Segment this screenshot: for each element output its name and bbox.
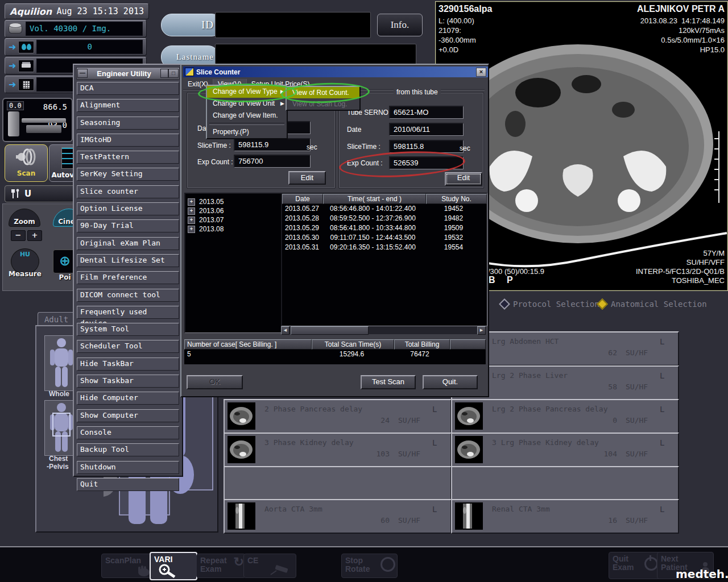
window-menu-icon[interactable]: [160, 69, 168, 78]
log-row[interactable]: 2013.05.3009:11:07.150 - 12:44:43.500195…: [282, 233, 487, 243]
protocol-row-3-phase-kidney-delay[interactable]: 3 Phase Kidney delay103SU/HFL: [224, 433, 452, 467]
ok-button[interactable]: OK: [187, 375, 243, 389]
tube-serno-field[interactable]: 65621-MO: [389, 106, 464, 119]
engineer-item-slice-counter[interactable]: Slice counter: [77, 185, 179, 198]
transfer-row-scanner[interactable]: ➜ 0: [5, 38, 147, 56]
engineer-item-console[interactable]: Console: [77, 426, 179, 439]
engineer-item-original-exam-plan[interactable]: Original eXam Plan: [77, 237, 179, 250]
tab-adult[interactable]: Adult: [38, 312, 75, 326]
engineer-item-scheduler-tool[interactable]: Scheduler Tool: [77, 340, 179, 353]
engineer-utility-titlebar[interactable]: — Engineer Utility □: [76, 67, 180, 80]
protocol-label: Aorta CTA 3mm: [264, 505, 322, 513]
tree-node-2013-06[interactable]: +2013.06: [188, 206, 283, 215]
tree-node-2013-08[interactable]: +2013.08: [188, 225, 283, 234]
date-field-right[interactable]: 2010/06/11: [389, 123, 464, 136]
zoom-tool[interactable]: Zoom: [9, 209, 40, 226]
scroll-left-icon[interactable]: ◀: [281, 326, 289, 335]
protocol-thumbnail-image: [228, 502, 255, 530]
edit-button-left[interactable]: Edit: [288, 171, 326, 185]
menu-item-property[interactable]: Property.(P): [207, 126, 287, 138]
tree-expand-icon[interactable]: +: [188, 226, 195, 233]
protocol-row-empty[interactable]: [224, 466, 452, 501]
tree-expand-icon[interactable]: +: [188, 198, 195, 206]
scan-button[interactable]: Scan: [5, 144, 48, 182]
test-scan-button[interactable]: Test Scan: [361, 375, 416, 389]
restore-icon[interactable]: □: [168, 69, 179, 78]
engineer-item-hide-computer[interactable]: Hide Computer: [77, 392, 179, 405]
engineer-item-serkey-setting[interactable]: SerKey Setting: [77, 168, 179, 181]
protocol-row-lrg-2-phase-pancreas-delay[interactable]: Lrg 2 Phase Pancreas delay0SU/HFL: [451, 399, 679, 434]
minimize-icon[interactable]: —: [77, 69, 88, 78]
log-row[interactable]: 2013.05.3109:20:16.350 - 13:15:52.400195…: [282, 243, 487, 252]
menu-item-change-view-item[interactable]: Change of View Item.: [207, 110, 287, 122]
anatomical-selection-toggle[interactable]: Anatomical Selection: [598, 300, 707, 309]
engineer-item-testpattern[interactable]: TestPattern: [77, 151, 179, 164]
vari-button[interactable]: VARI: [150, 552, 197, 580]
scanplan-button[interactable]: ScanPlan: [101, 554, 152, 578]
protocol-row-3-lrg-phase-kidney-delay[interactable]: 3 Lrg Phase Kidney delay104SU/HFL: [451, 433, 679, 467]
slice-params-overlay: 0.5s/5.0mm/1.0×16: [661, 35, 725, 45]
tree-expand-icon[interactable]: +: [188, 217, 195, 224]
engineer-item-hide-taskbar[interactable]: Hide TaskBar: [77, 357, 179, 371]
protocol-marker: L: [432, 438, 437, 447]
expcount-field-left[interactable]: 756700: [234, 155, 311, 168]
slice-counter-titlebar[interactable]: Slice Counter ×: [183, 66, 488, 77]
protocol-selection-toggle[interactable]: Protocol Selection: [500, 300, 599, 309]
engineer-item-alignment[interactable]: Alignment: [77, 99, 179, 112]
quit-button[interactable]: Quit.: [423, 375, 478, 389]
tree-expand-icon[interactable]: +: [188, 207, 195, 215]
zoom-minus-button[interactable]: −: [11, 230, 26, 241]
protocol-row-empty[interactable]: [451, 466, 679, 501]
log-row[interactable]: 2013.05.2808:59:52.500 - 12:37:26.900194…: [282, 214, 487, 223]
protocol-row-renal-cta-3mm[interactable]: Renal CTA 3mm16SU/HFL: [451, 499, 679, 534]
protocol-label: Lrg 2 Phase Pancreas delay: [492, 405, 608, 413]
protocol-label: 3 Lrg Phase Kidney delay: [492, 438, 599, 447]
engineer-item-dicom-connect-tool[interactable]: DICOM connect tool: [77, 289, 179, 302]
measure-tool[interactable]: HU Measure: [9, 248, 42, 278]
engineer-item-dental-lifesize-set[interactable]: Dental Lifesize Set: [77, 254, 179, 267]
tree-node-2013-05[interactable]: +2013.05: [188, 197, 283, 206]
repeat-arrows-icon: ↻: [234, 558, 244, 566]
log-header-study[interactable]: Study No.: [426, 194, 487, 204]
ce-button[interactable]: CE: [243, 554, 296, 578]
expcount-label-left: Exp Count :: [197, 158, 233, 166]
close-icon[interactable]: ×: [476, 68, 486, 77]
zoom-plus-button[interactable]: +: [27, 230, 42, 241]
engineer-item-seasoning[interactable]: Seasoning: [77, 117, 179, 130]
log-cell-date: 2013.05.29: [282, 223, 322, 233]
slicetime-field-left[interactable]: 598115.9: [234, 138, 311, 151]
edit-button-right[interactable]: Edit: [445, 172, 482, 186]
protocol-row-aorta-cta-3mm[interactable]: Aorta CTA 3mm60SU/HFL: [224, 499, 452, 534]
protocol-row-2-phase-pancreas-delay[interactable]: 2 Phase Pancreas delay24SU/HFL: [224, 399, 452, 434]
scroll-thumb[interactable]: [291, 326, 369, 335]
engineer-item-shutdown[interactable]: Shutdown: [77, 461, 179, 474]
engineer-item-dca[interactable]: DCA: [77, 82, 179, 95]
tree-node-2013-07[interactable]: +2013.07: [188, 215, 283, 225]
engineer-item-show-taskbar[interactable]: Show Taskbar: [77, 375, 179, 388]
engineer-item-backup-tool[interactable]: Backup Tool: [77, 443, 179, 456]
log-header-time[interactable]: Time( start - end ): [323, 194, 426, 204]
repeat-exam-button[interactable]: RepeatExam ↻: [196, 554, 246, 578]
log-row[interactable]: 2013.05.2908:56:41.800 - 10:33:44.800195…: [282, 223, 487, 233]
engineer-item-quit[interactable]: Quit: [77, 478, 179, 491]
engineer-item-system-tool[interactable]: System Tool: [77, 323, 179, 336]
slice-counter-icon: [185, 68, 194, 76]
engineer-item-option-license[interactable]: Option License: [77, 202, 179, 215]
engineer-item-imgtohd[interactable]: IMGtoHD: [77, 134, 179, 147]
engineer-item-show-computer[interactable]: Show Computer: [77, 409, 179, 422]
log-hscrollbar[interactable]: ◀ ▶: [281, 326, 486, 334]
year-tree-pane[interactable]: +2013.05+2013.06+2013.07+2013.08: [184, 193, 286, 333]
scroll-right-icon[interactable]: ▶: [477, 326, 486, 335]
scan-log-list[interactable]: Date Time( start - end ) Study No. 2013.…: [281, 193, 487, 326]
stop-rotate-button[interactable]: StopRotate: [341, 554, 398, 578]
info-button[interactable]: Info.: [377, 14, 423, 36]
image-ruler: [718, 131, 719, 203]
engineer-item-90-day-trial[interactable]: 90-Day Trial: [77, 219, 179, 232]
engineer-item-frequently-used-device[interactable]: Frequently used device: [77, 306, 179, 319]
engineer-item-film-preference[interactable]: Film Preference: [77, 271, 179, 284]
id-input[interactable]: [215, 12, 371, 38]
log-header-date[interactable]: Date: [282, 194, 323, 204]
protocol-diamond-icon: [499, 298, 510, 310]
log-row[interactable]: 2013.05.2708:56:46.800 - 14:01:22.400194…: [282, 204, 487, 214]
quit-exam-button[interactable]: QuitExam: [609, 552, 661, 579]
